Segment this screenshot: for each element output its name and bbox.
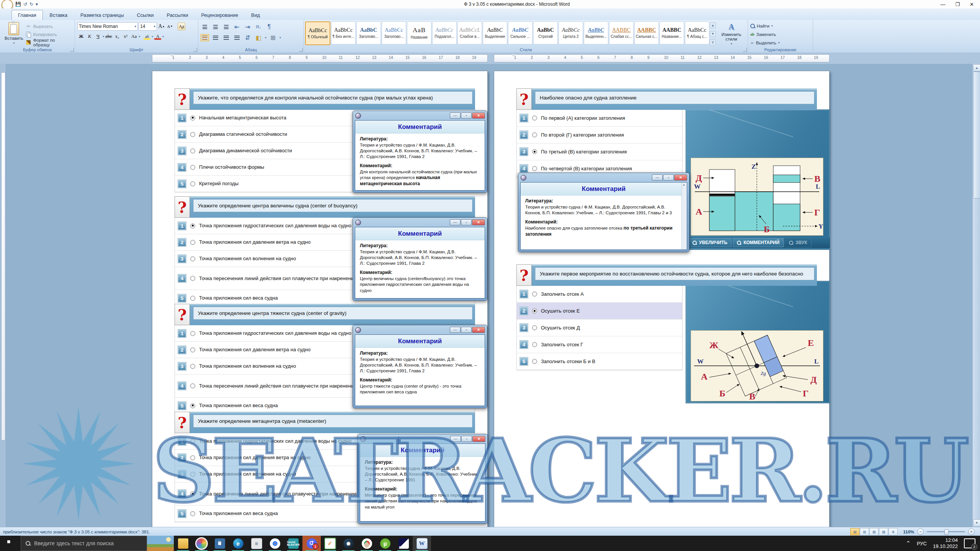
style-item[interactable]: AaBbCc¶ Абзац с... xyxy=(685,21,709,44)
superscript-button[interactable]: x² xyxy=(122,33,129,40)
radio-unselected[interactable] xyxy=(532,132,537,137)
comment-minimize-button[interactable]: — xyxy=(450,436,461,442)
answer-option[interactable]: 2По второй (Г) категории затопления xyxy=(517,127,682,143)
taskbar-icon-utorrent[interactable]: µ xyxy=(376,536,394,551)
borders-button[interactable]: ⊞ xyxy=(269,34,277,41)
radio-selected[interactable] xyxy=(190,403,195,408)
radio-selected[interactable] xyxy=(190,491,195,496)
style-item[interactable]: AaBbCВыделение xyxy=(483,21,507,44)
align-right-button[interactable] xyxy=(222,34,230,41)
style-item[interactable]: AaBbCcЗаголово... xyxy=(382,21,406,44)
language-indicator[interactable]: РУС xyxy=(917,541,927,546)
select-button[interactable]: ➢Выделить▾ xyxy=(750,39,810,46)
font-dialog-launcher[interactable] xyxy=(193,48,197,52)
highlight-color-button[interactable]: аб xyxy=(143,33,151,40)
comment-maximize-button[interactable]: ▫ xyxy=(663,174,674,181)
underline-button[interactable]: Ч xyxy=(94,33,102,40)
radio-unselected[interactable] xyxy=(190,511,195,516)
show-marks-button[interactable]: ¶ xyxy=(265,23,273,31)
indent-marker[interactable] xyxy=(511,54,515,57)
font-name-combo[interactable]: Times New Roman▾ xyxy=(77,22,138,31)
style-item[interactable]: AaBbCВыделенн... xyxy=(584,21,608,44)
tab-главная[interactable]: Главная xyxy=(11,10,43,20)
web-layout-view-button[interactable]: ▧ xyxy=(869,528,879,535)
zoom-out-button[interactable]: − xyxy=(917,528,924,535)
zoom-level[interactable]: 110% xyxy=(903,530,914,534)
multilevel-list-button[interactable] xyxy=(222,23,230,31)
style-item[interactable]: AaBbCc¶ Обычный xyxy=(305,21,330,45)
weather-widget[interactable] xyxy=(147,536,174,551)
answer-option[interactable]: 5Заполнить отсеки Б и В xyxy=(517,353,682,370)
draft-view-button[interactable]: ≣ xyxy=(889,528,898,535)
taskbar-icon-calculator[interactable]: 🖩 xyxy=(211,536,229,551)
answer-option[interactable]: 3Осушить отсек Д xyxy=(517,320,682,336)
radio-unselected[interactable] xyxy=(190,296,195,301)
outline-view-button[interactable]: ▨ xyxy=(879,528,888,535)
paste-button[interactable]: Вставить▾ xyxy=(2,21,26,47)
comment-minimize-button[interactable]: — xyxy=(450,327,461,333)
radio-unselected[interactable] xyxy=(190,472,195,477)
align-left-button[interactable] xyxy=(201,34,209,41)
comment-maximize-button[interactable]: ▫ xyxy=(461,436,472,442)
clear-formatting-button[interactable]: А̲а xyxy=(178,23,185,30)
tab-разметка-страницы[interactable]: Разметка страницы xyxy=(74,10,130,20)
radio-unselected[interactable] xyxy=(190,347,195,352)
vertical-scrollbar[interactable]: ▲ ▼ xyxy=(972,64,980,527)
minimize-button[interactable]: — xyxy=(940,2,945,7)
radio-unselected[interactable] xyxy=(190,331,195,336)
print-layout-view-button[interactable]: ▤ xyxy=(850,528,859,535)
line-spacing-button[interactable]: ⇵ xyxy=(243,34,252,41)
zoom-in-button[interactable]: + xyxy=(968,528,975,535)
subscript-button[interactable]: x₂ xyxy=(113,33,121,40)
change-styles-button[interactable]: А Изменить стили▾ xyxy=(716,21,747,47)
radio-unselected[interactable] xyxy=(190,240,195,245)
style-item[interactable]: AaBbCcLСлабое в... xyxy=(457,21,482,44)
radio-unselected[interactable] xyxy=(190,256,195,261)
tab-вставка[interactable]: Вставка xyxy=(44,10,74,20)
format-painter-button[interactable]: Формат по образцу xyxy=(26,39,72,46)
comment-minimize-button[interactable]: — xyxy=(652,174,663,181)
taskbar-icon-word[interactable]: W xyxy=(413,536,431,551)
radio-selected[interactable] xyxy=(190,223,195,228)
paragraph-dialog-launcher[interactable] xyxy=(299,48,303,52)
font-color-button[interactable]: А xyxy=(154,33,162,40)
radio-unselected[interactable] xyxy=(190,165,195,170)
radio-selected[interactable] xyxy=(532,149,537,154)
align-center-button[interactable] xyxy=(211,34,220,41)
taskbar-icon-steam[interactable]: ◉ xyxy=(339,536,358,551)
style-item[interactable]: AaBbCСильное ... xyxy=(508,21,532,44)
taskbar-icon-soundblaster[interactable]: SoundBLASTER xyxy=(284,536,302,551)
comment-window[interactable]: —▫✕КомментарийЛитература:Теория и устрой… xyxy=(353,217,487,301)
scroll-up-arrow[interactable]: ▲ xyxy=(973,64,980,72)
comment-window[interactable]: —▫✕КомментарийЛитература:Теория и устрой… xyxy=(353,111,487,193)
radio-unselected[interactable] xyxy=(190,455,195,460)
style-item[interactable]: AaBНазвание xyxy=(407,21,431,44)
tab-рассылки[interactable]: Рассылки xyxy=(160,10,194,20)
answer-option[interactable]: 2Осушить отсек Е xyxy=(517,303,682,320)
radio-unselected[interactable] xyxy=(190,132,195,137)
radio-unselected[interactable] xyxy=(190,276,195,281)
tab-вид[interactable]: Вид xyxy=(245,10,266,20)
taskbar-icon-chrome[interactable] xyxy=(266,536,284,551)
taskbar-icon-notepad[interactable]: ≣ xyxy=(247,536,266,551)
bold-button[interactable]: Ж xyxy=(77,33,85,40)
restore-button[interactable]: ❐ xyxy=(955,2,960,7)
answer-option[interactable]: 1По первой (А) категории затопления xyxy=(517,110,682,127)
change-case-button[interactable]: Аа xyxy=(130,33,138,40)
strikethrough-button[interactable]: abc xyxy=(105,33,113,40)
save-icon[interactable]: 💾 xyxy=(15,1,21,7)
radio-unselected[interactable] xyxy=(532,342,537,347)
horizontal-ruler-right-page[interactable]: 12345678910111213141516171819 xyxy=(494,54,830,62)
find-button[interactable]: Найти▾ xyxy=(750,22,810,29)
comment-maximize-button[interactable]: ▫ xyxy=(461,219,472,225)
vertical-ruler[interactable] xyxy=(0,64,6,527)
style-item[interactable]: AaBbCc¶ Без инте... xyxy=(331,21,356,44)
radio-unselected[interactable] xyxy=(532,116,537,121)
horizontal-ruler-left-page[interactable]: 12345678910111213141516171819 xyxy=(152,54,488,62)
close-button[interactable]: ✕ xyxy=(970,2,974,7)
tab-ссылки[interactable]: Ссылки xyxy=(131,10,160,20)
comment-close-button[interactable]: ✕ xyxy=(472,327,485,333)
decrease-indent-button[interactable]: ⇤ xyxy=(233,23,241,31)
styles-gallery-scroll[interactable]: ▲▼⊽ xyxy=(710,21,716,47)
taskbar-icon-edge[interactable]: e xyxy=(229,536,247,551)
